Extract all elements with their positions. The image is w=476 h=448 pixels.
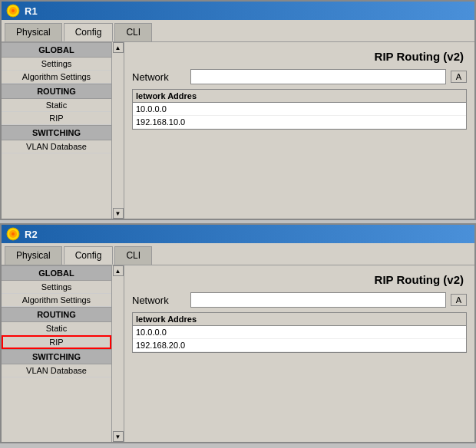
r2-vlan-database[interactable]: VLAN Database — [2, 364, 111, 377]
r2-tab-bar: Physical Config CLI — [2, 243, 474, 265]
r1-static[interactable]: Static — [2, 99, 111, 112]
r2-section-global: GLOBAL — [2, 265, 111, 281]
r1-window: R1 Physical Config CLI GLOBAL Settings A… — [0, 0, 476, 220]
r1-table-row-1[interactable]: 192.168.10.0 — [133, 116, 466, 129]
r1-sidebar-inner: GLOBAL Settings Algorithm Settings ROUTI… — [2, 42, 124, 219]
r1-icon — [6, 4, 20, 18]
r2-network-input[interactable] — [190, 292, 446, 308]
r2-table-header: letwork Addres — [133, 313, 466, 326]
r2-section-routing: ROUTING — [2, 307, 111, 322]
r1-table-row-0[interactable]: 10.0.0.0 — [133, 103, 466, 116]
r2-tab-physical[interactable]: Physical — [5, 246, 62, 265]
r2-content: GLOBAL Settings Algorithm Settings ROUTI… — [2, 265, 474, 442]
r2-tab-config[interactable]: Config — [64, 246, 114, 265]
svg-point-5 — [12, 232, 15, 236]
r2-rip-title: RIP Routing (v2) — [132, 273, 467, 286]
r2-network-table: letwork Addres 10.0.0.0 192.168.20.0 — [132, 312, 467, 353]
r1-content: GLOBAL Settings Algorithm Settings ROUTI… — [2, 42, 474, 219]
r2-static[interactable]: Static — [2, 322, 111, 335]
r1-settings[interactable]: Settings — [2, 58, 111, 71]
r2-scroll-up[interactable]: ▲ — [113, 265, 124, 276]
r2-sidebar-inner: GLOBAL Settings Algorithm Settings ROUTI… — [2, 265, 124, 442]
r1-add-button[interactable]: A — [451, 71, 467, 83]
svg-point-2 — [12, 9, 15, 12]
r1-tab-config[interactable]: Config — [64, 23, 114, 41]
r2-scrollbar[interactable]: ▲ ▼ — [111, 265, 124, 442]
r1-scroll-up[interactable]: ▲ — [113, 42, 124, 53]
r2-settings[interactable]: Settings — [2, 281, 111, 294]
r1-network-label: Network — [132, 71, 186, 83]
r2-table-row-1[interactable]: 192.168.20.0 — [133, 339, 466, 352]
r1-main: RIP Routing (v2) Network A letwork Addre… — [124, 42, 474, 219]
r2-main: RIP Routing (v2) Network A letwork Addre… — [124, 265, 474, 442]
r2-network-label: Network — [132, 295, 186, 306]
r1-rip-row: ► RIP — [2, 112, 111, 125]
r2-sidebar: GLOBAL Settings Algorithm Settings ROUTI… — [2, 265, 124, 442]
r1-scrollbar[interactable]: ▲ ▼ — [111, 42, 124, 219]
r2-scroll-down[interactable]: ▼ — [113, 431, 124, 442]
r1-network-row: Network A — [132, 69, 467, 84]
r1-rip-title: RIP Routing (v2) — [132, 50, 467, 63]
r2-window: R2 Physical Config CLI GLOBAL Settings A… — [0, 223, 476, 443]
r1-title-bar: R1 — [2, 2, 474, 20]
r2-section-switching: SWITCHING — [2, 349, 111, 364]
r2-tab-cli[interactable]: CLI — [114, 246, 152, 265]
r1-vlan-database[interactable]: VLAN Database — [2, 140, 111, 153]
r1-section-routing: ROUTING — [2, 84, 111, 99]
r2-algorithm-settings[interactable]: Algorithm Settings — [2, 294, 111, 307]
r2-network-row: Network A — [132, 292, 467, 308]
r1-sidebar: GLOBAL Settings Algorithm Settings ROUTI… — [2, 42, 124, 219]
r1-algorithm-settings[interactable]: Algorithm Settings — [2, 71, 111, 84]
r1-network-table: letwork Addres 10.0.0.0 192.168.10.0 — [132, 89, 467, 130]
r1-tab-physical[interactable]: Physical — [5, 23, 62, 41]
r1-tab-bar: Physical Config CLI — [2, 20, 474, 42]
r1-table-header: letwork Addres — [133, 90, 466, 103]
r1-tab-cli[interactable]: CLI — [114, 23, 152, 41]
r1-title: R1 — [25, 5, 38, 17]
r2-title-bar: R2 — [2, 225, 474, 243]
r1-section-switching: SWITCHING — [2, 125, 111, 140]
r1-scroll-down[interactable]: ▼ — [113, 208, 124, 219]
r2-table-row-0[interactable]: 10.0.0.0 — [133, 326, 466, 339]
r1-section-global: GLOBAL — [2, 42, 111, 58]
r2-title: R2 — [25, 229, 38, 240]
r1-network-input[interactable] — [190, 69, 446, 84]
r1-rip[interactable]: RIP — [2, 112, 111, 125]
r2-rip[interactable]: RIP — [2, 335, 111, 349]
r2-icon — [6, 227, 20, 241]
r2-add-button[interactable]: A — [451, 294, 467, 306]
